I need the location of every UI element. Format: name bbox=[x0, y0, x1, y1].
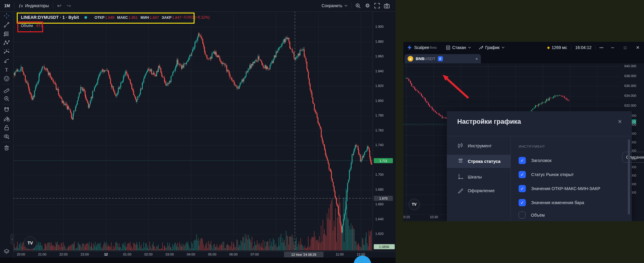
quick-search-icon[interactable] bbox=[353, 1, 363, 10]
magnet-icon[interactable] bbox=[0, 105, 13, 114]
crosshair-icon[interactable] bbox=[0, 11, 13, 20]
price-tick: 1.840 bbox=[375, 69, 384, 73]
toolbar-divider bbox=[352, 2, 352, 9]
ohlc-label: МАКС bbox=[117, 16, 128, 20]
time-tick: 03:00 bbox=[165, 253, 174, 256]
dialog-close-icon[interactable]: × bbox=[618, 118, 622, 126]
layers-icon[interactable] bbox=[0, 247, 13, 256]
dialog-nav-instrument[interactable]: Инструмент bbox=[447, 139, 511, 152]
time-tick: 05:00 bbox=[208, 253, 216, 256]
price-axis[interactable]: 1.711 1.670 1.085K ⚙ 1.9001.8801.8601.84… bbox=[373, 11, 396, 251]
time-tick: 23:00 bbox=[80, 253, 89, 256]
status-collapse-caret[interactable]: ^ bbox=[29, 30, 31, 34]
dialog-nav-scales[interactable]: Шкалы bbox=[447, 170, 511, 184]
toolbar-divider bbox=[53, 2, 53, 9]
checkbox-checked[interactable]: ✓ bbox=[519, 199, 526, 206]
text-icon[interactable]: T bbox=[0, 65, 13, 74]
zoom-in-icon[interactable] bbox=[0, 94, 13, 103]
tab-symbol-quote: USDT bbox=[424, 56, 435, 61]
chevron-down-icon bbox=[502, 47, 505, 48]
candle-icon bbox=[458, 143, 463, 149]
titlebar-divider bbox=[571, 45, 571, 50]
checkbox-unchecked[interactable] bbox=[519, 212, 525, 218]
price-tick: 1.620 bbox=[375, 232, 384, 236]
row-label: Значения изменения бара bbox=[531, 200, 584, 205]
tradingview-logo[interactable]: TV bbox=[24, 236, 37, 250]
tradingview-logo-small[interactable]: TV bbox=[408, 199, 420, 210]
dialog-nav-status-line[interactable]: Строка статуса bbox=[447, 155, 511, 168]
dialog-row: ✓Значения ОТКР-МАКС-МИН-ЗАКР bbox=[519, 185, 600, 192]
indicators-button[interactable]: ƒx Индикаторы bbox=[16, 1, 52, 10]
sidebar-collapse-handle[interactable]: ‹ bbox=[10, 234, 14, 244]
nav-label: Инструмент bbox=[468, 143, 492, 148]
minimize-button[interactable]: – bbox=[606, 42, 619, 53]
ohlc-value: 1.847 bbox=[172, 16, 181, 20]
price-tick: 638.000 bbox=[612, 74, 636, 78]
bnb-coin-icon: ◆ bbox=[408, 56, 413, 62]
ohlc-label: МИН bbox=[141, 16, 149, 20]
draw-lock-icon[interactable] bbox=[0, 114, 13, 123]
emoji-icon[interactable] bbox=[0, 74, 13, 83]
checkbox-checked[interactable]: ✓ bbox=[519, 171, 526, 178]
dialog-row: ✓Статус Рынок открыт bbox=[519, 171, 574, 178]
save-button[interactable]: Сохранить bbox=[318, 1, 350, 10]
trash-icon[interactable] bbox=[0, 143, 13, 152]
description-dropdown[interactable]: Описание bbox=[622, 152, 644, 163]
undo-button[interactable]: ↩ bbox=[54, 1, 64, 10]
interval-button[interactable]: 1M bbox=[1, 1, 13, 10]
maximize-button[interactable]: □ bbox=[619, 42, 631, 53]
nav-label: Шкалы bbox=[468, 175, 482, 179]
orderbook-label: Стакан bbox=[452, 45, 466, 50]
checkbox-checked[interactable]: ✓ bbox=[519, 185, 526, 192]
checkbox-checked[interactable]: ✓ bbox=[519, 157, 526, 164]
scalpee-window: Scalpee Beta Стакан График ◆ 1269 мс bbox=[403, 42, 644, 221]
more-menu-button[interactable]: ••• bbox=[597, 46, 606, 49]
orderbook-view-button[interactable]: Стакан bbox=[443, 45, 474, 50]
brush-icon[interactable] bbox=[0, 56, 13, 65]
ohlc-label: ЗАКР bbox=[162, 16, 171, 20]
fullscreen-icon[interactable] bbox=[372, 1, 382, 10]
symbol-title: LINEAR:DYMUSDT · 1 · Bybit bbox=[21, 15, 79, 20]
time-tick: 04:00 bbox=[187, 253, 195, 256]
scalpee-logo-icon bbox=[406, 45, 412, 51]
time-tick: 20:00 bbox=[17, 253, 25, 256]
ohlc-value: 1.849 bbox=[105, 16, 114, 20]
close-button[interactable]: × bbox=[631, 42, 644, 53]
pattern-icon[interactable] bbox=[0, 38, 13, 47]
eye-icon[interactable] bbox=[0, 132, 13, 141]
volume-status-line[interactable]: Объём 971 bbox=[21, 24, 42, 28]
chart-status-line[interactable]: LINEAR:DYMUSDT · 1 · Bybit ОТКР1.849МАКС… bbox=[21, 15, 210, 20]
sidebar-divider bbox=[2, 104, 11, 104]
time-axis[interactable]: 12 Ноя '24 08:29 20:0021:0022:0023:00120… bbox=[13, 251, 396, 258]
tab-close-icon[interactable]: × bbox=[476, 56, 478, 61]
settings-gear-icon[interactable]: ⚙ bbox=[363, 1, 372, 10]
last-price-label: 1.711 bbox=[374, 158, 393, 163]
row-label: Заголовок bbox=[531, 158, 552, 163]
ruler-icon[interactable] bbox=[0, 85, 13, 94]
sidebar-divider bbox=[2, 142, 11, 142]
dialog-section-title: ИНСТРУМЕНТ bbox=[519, 145, 545, 148]
tab-bnbusdt[interactable]: ◆ BNB USDT F × bbox=[405, 54, 481, 63]
redo-button[interactable]: ↪ bbox=[64, 1, 74, 10]
price-tick: 1.680 bbox=[375, 188, 384, 191]
row-label: Значения ОТКР-МАКС-МИН-ЗАКР bbox=[531, 186, 600, 191]
left-chart-canvas[interactable] bbox=[13, 11, 373, 251]
camera-icon[interactable] bbox=[382, 1, 391, 10]
price-tick: 632.000 bbox=[612, 104, 636, 107]
app-name: Scalpee bbox=[414, 45, 429, 50]
price-tick: 1.660 bbox=[375, 202, 384, 206]
indicators-label: Индикаторы bbox=[25, 3, 49, 8]
window-bottom-strip bbox=[0, 258, 396, 263]
dialog-scrollbar[interactable] bbox=[628, 138, 630, 218]
price-tick: 640.000 bbox=[612, 64, 636, 68]
dialog-row: ✓Значения изменения бара bbox=[519, 199, 584, 206]
chart-arrow-icon bbox=[479, 46, 483, 50]
trendline-icon[interactable] bbox=[0, 20, 13, 29]
dialog-row: Объём bbox=[519, 212, 545, 218]
dialog-nav-appearance[interactable]: Оформление bbox=[447, 184, 511, 197]
fib-retracement-icon[interactable] bbox=[0, 29, 13, 38]
forecast-icon[interactable] bbox=[0, 47, 13, 56]
status-line-icon bbox=[458, 159, 464, 164]
lock-icon[interactable] bbox=[0, 123, 13, 132]
chart-view-button[interactable]: График bbox=[476, 45, 507, 50]
